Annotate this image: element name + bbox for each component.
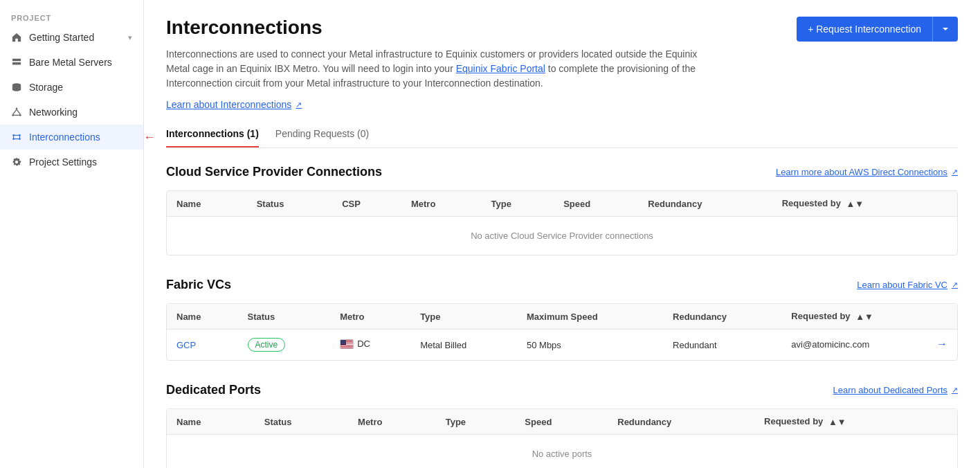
- dedicated-ports-header: Dedicated Ports Learn about Dedicated Po…: [166, 383, 958, 397]
- sidebar-item-getting-started[interactable]: Getting Started ▾: [0, 25, 143, 50]
- arrow-indicator: ←: [143, 130, 156, 145]
- sidebar-project-label: PROJECT: [0, 8, 143, 25]
- fabric-vcs-title: Fabric VCs: [166, 278, 231, 292]
- svg-line-8: [13, 109, 17, 114]
- cell-requested-by: avi@atomicinc.com →: [781, 330, 957, 359]
- col-redundancy: Redundancy: [663, 304, 781, 330]
- request-button-main[interactable]: + Request Interconnection: [797, 17, 933, 42]
- col-speed: Speed: [554, 191, 638, 217]
- svg-point-14: [19, 138, 21, 140]
- sidebar-item-project-settings[interactable]: Project Settings: [0, 150, 143, 174]
- external-link-icon: ↗: [952, 280, 958, 289]
- sidebar-item-label: Storage: [29, 82, 63, 93]
- cell-type: Metal Billed: [410, 330, 517, 361]
- fabric-vcs-header: Fabric VCs Learn about Fabric VC ↗: [166, 278, 958, 292]
- sidebar-item-label: Networking: [29, 107, 78, 118]
- cell-name: GCP: [167, 330, 238, 361]
- cloud-service-header: Cloud Service Provider Connections Learn…: [166, 165, 958, 179]
- col-name: Name: [167, 304, 238, 330]
- cloud-service-title: Cloud Service Provider Connections: [166, 165, 382, 179]
- sort-icon: ▲▼: [828, 417, 846, 427]
- page-header: Interconnections Interconnections are us…: [166, 17, 958, 110]
- page-description: Interconnections are used to connect you…: [166, 47, 706, 91]
- col-name: Name: [167, 191, 247, 217]
- sidebar-item-networking[interactable]: Networking: [0, 100, 143, 125]
- tab-pending-requests[interactable]: Pending Requests (0): [275, 121, 369, 147]
- tab-bar: Interconnections (1) Pending Requests (0…: [166, 121, 958, 148]
- cloud-service-section: Cloud Service Provider Connections Learn…: [166, 165, 958, 255]
- col-status: Status: [247, 191, 333, 217]
- svg-point-13: [19, 134, 21, 136]
- col-requested-by[interactable]: Requested by ▲▼: [772, 191, 957, 217]
- col-max-speed: Maximum Speed: [517, 304, 663, 330]
- tab-interconnections[interactable]: Interconnections (1): [166, 121, 259, 147]
- dedicated-ports-empty-row: No active ports: [167, 435, 957, 468]
- dedicated-ports-table-wrap: Name Status Metro Type Speed Redundancy …: [166, 408, 958, 468]
- svg-point-2: [19, 60, 21, 61]
- external-link-icon: ↗: [952, 386, 958, 395]
- page-title: Interconnections: [166, 17, 706, 39]
- svg-point-11: [12, 134, 15, 136]
- request-interconnection-button[interactable]: + Request Interconnection: [797, 17, 958, 42]
- main-content: Interconnections Interconnections are us…: [144, 0, 980, 468]
- network-icon: [11, 107, 22, 118]
- gcp-link[interactable]: GCP: [176, 340, 196, 350]
- cloud-service-table: Name Status CSP Metro Type Speed Redunda…: [167, 191, 957, 255]
- dedicated-ports-link[interactable]: Learn about Dedicated Ports ↗: [833, 385, 959, 395]
- fabric-vcs-section: Fabric VCs Learn about Fabric VC ↗ Name …: [166, 278, 958, 361]
- sort-icon: ▲▼: [846, 199, 864, 209]
- us-flag-icon: [340, 339, 354, 349]
- col-status: Status: [255, 409, 348, 435]
- fabric-vcs-table: Name Status Metro Type Maximum Speed Red…: [167, 304, 957, 360]
- sidebar-item-label: Getting Started: [29, 32, 94, 43]
- svg-line-9: [17, 109, 20, 114]
- external-link-icon: ↗: [952, 168, 958, 177]
- metro-flag: DC: [340, 339, 370, 349]
- cell-max-speed: 50 Mbps: [517, 330, 663, 361]
- external-link-icon: ↗: [296, 100, 302, 109]
- request-button-dropdown[interactable]: [933, 18, 958, 40]
- col-csp: CSP: [332, 191, 401, 217]
- col-status: Status: [238, 304, 331, 330]
- col-type: Type: [482, 191, 554, 217]
- chevron-down-icon: ▾: [128, 33, 132, 42]
- learn-interconnections-link[interactable]: Learn about Interconnections ↗: [166, 99, 302, 110]
- col-type: Type: [436, 409, 516, 435]
- fabric-portal-link[interactable]: Equinix Fabric Portal: [456, 63, 545, 74]
- sidebar-item-label: Bare Metal Servers: [29, 57, 112, 68]
- sidebar-item-storage[interactable]: Storage: [0, 75, 143, 100]
- status-badge: Active: [248, 338, 286, 352]
- col-type: Type: [410, 304, 517, 330]
- sort-icon: ▲▼: [855, 312, 873, 322]
- col-metro: Metro: [401, 191, 482, 217]
- aws-direct-connections-link[interactable]: Learn more about AWS Direct Connections …: [776, 167, 958, 177]
- cell-status: Active: [238, 330, 331, 361]
- sidebar-item-interconnections[interactable]: Interconnections ←: [0, 125, 143, 150]
- table-row: GCP Active DC Metal Billed 50 Mbps: [167, 330, 957, 361]
- col-requested-by[interactable]: Requested by ▲▼: [781, 304, 957, 330]
- dedicated-ports-title: Dedicated Ports: [166, 383, 261, 397]
- storage-icon: [11, 82, 22, 93]
- cloud-service-table-wrap: Name Status CSP Metro Type Speed Redunda…: [166, 190, 958, 255]
- col-speed: Speed: [515, 409, 608, 435]
- col-redundancy: Redundancy: [638, 191, 772, 217]
- col-metro: Metro: [330, 304, 410, 330]
- servers-icon: [11, 57, 22, 68]
- sidebar: PROJECT Getting Started ▾ Bare Metal Ser…: [0, 0, 144, 468]
- dedicated-ports-table: Name Status Metro Type Speed Redundancy …: [167, 409, 957, 468]
- interconnect-icon: [11, 132, 22, 143]
- fabric-vc-link[interactable]: Learn about Fabric VC ↗: [857, 280, 958, 290]
- sidebar-item-label: Project Settings: [29, 156, 97, 168]
- sidebar-item-bare-metal-servers[interactable]: Bare Metal Servers: [0, 50, 143, 75]
- sidebar-item-label: Interconnections: [29, 132, 100, 143]
- svg-point-5: [16, 107, 18, 109]
- home-icon: [11, 32, 22, 43]
- fabric-vcs-table-wrap: Name Status Metro Type Maximum Speed Red…: [166, 303, 958, 361]
- col-requested-by[interactable]: Requested by ▲▼: [754, 409, 957, 435]
- cell-metro: DC: [330, 330, 410, 361]
- cell-redundancy: Redundant: [663, 330, 781, 361]
- settings-icon: [11, 156, 22, 168]
- cloud-service-empty-row: No active Cloud Service Provider connect…: [167, 217, 957, 255]
- row-arrow-icon[interactable]: →: [936, 338, 947, 350]
- col-redundancy: Redundancy: [608, 409, 754, 435]
